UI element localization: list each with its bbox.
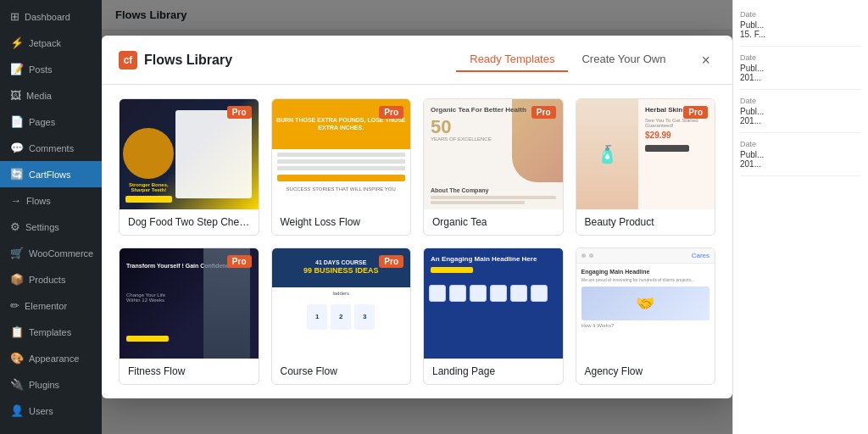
- template-name-dog-food: Dog Food Two Step Checkou: [120, 209, 259, 235]
- pages-icon: 📄: [10, 115, 24, 128]
- settings-icon: ⚙: [10, 220, 20, 233]
- template-card-dog-food[interactable]: Pro Stronger Bones,Sharper Teeth! Dog: [119, 98, 259, 236]
- flows-icon: →: [10, 194, 21, 207]
- sidebar-item-woocommerce[interactable]: 🛒 WooCommerce: [0, 240, 102, 266]
- sidebar-item-plugins[interactable]: 🔌 Plugins: [0, 371, 102, 398]
- media-icon: 🖼: [10, 89, 21, 102]
- right-panel-item-4: Date Publ... 201...: [740, 140, 861, 176]
- modal-body: Pro Stronger Bones,Sharper Teeth! Dog: [102, 85, 732, 398]
- jetpack-icon: ⚡: [10, 36, 24, 49]
- template-name-fitness: Fitness Flow: [120, 359, 259, 384]
- woocommerce-icon: 🛒: [10, 247, 24, 259]
- elementor-icon: ✏: [10, 299, 19, 312]
- template-thumb-beauty-product: Pro 🧴 Herbal Skin Crème See You To Get S…: [576, 99, 715, 209]
- users-icon: 👤: [10, 404, 24, 417]
- main-content: Flows Library cf Flows Library Ready Tem…: [102, 0, 732, 434]
- template-thumb-organic-tea: Pro Organic Tea For Better Health 50 YEA…: [424, 99, 563, 209]
- sidebar-item-settings[interactable]: ⚙ Settings: [0, 214, 102, 240]
- template-name-landing: Landing Page: [424, 359, 563, 384]
- sidebar-item-templates[interactable]: 📋 Templates: [0, 319, 102, 345]
- template-thumb-fitness: Pro Transform Yourself ! Gain Confidence…: [120, 248, 259, 359]
- template-card-weight-loss[interactable]: Pro BURN THOSE EXTRA POUNDS, LOSE THOSE …: [271, 98, 412, 236]
- modal-title: Flows Library: [144, 53, 456, 68]
- sidebar: ⊞ Dashboard ⚡ Jetpack 📝 Posts 🖼 Media 📄 …: [0, 0, 102, 434]
- appearance-icon: 🎨: [10, 352, 24, 364]
- template-card-course[interactable]: Pro 41 DAYS COURSE 99 BUSINESS IDEAS lad…: [271, 248, 412, 385]
- template-card-landing[interactable]: An Engaging Main Headline Here: [423, 248, 564, 385]
- template-thumb-weight-loss: Pro BURN THOSE EXTRA POUNDS, LOSE THOSE …: [272, 99, 411, 209]
- sidebar-item-products[interactable]: 📦 Products: [0, 266, 102, 292]
- thumb-agency-img: Cares Engaging Main Headline We are prou…: [576, 248, 715, 359]
- sidebar-item-media[interactable]: 🖼 Media: [0, 82, 102, 108]
- template-card-organic-tea[interactable]: Pro Organic Tea For Better Health 50 YEA…: [423, 98, 564, 236]
- thumb-landing-img: An Engaging Main Headline Here: [424, 248, 563, 359]
- sidebar-item-posts[interactable]: 📝 Posts: [0, 56, 102, 82]
- template-thumb-course: Pro 41 DAYS COURSE 99 BUSINESS IDEAS lad…: [272, 248, 411, 359]
- modal-logo: cf: [119, 51, 137, 70]
- organic-title: Organic Tea For Better Health: [431, 106, 556, 114]
- pro-badge-fitness: Pro: [227, 255, 252, 268]
- modal-overlay: cf Flows Library Ready Templates Create …: [102, 0, 732, 434]
- template-name-agency: Agency Flow: [576, 359, 715, 384]
- sidebar-item-comments[interactable]: 💬 Comments: [0, 135, 102, 161]
- pro-badge-course: Pro: [379, 255, 403, 268]
- template-name-beauty-product: Beauty Product: [576, 209, 715, 235]
- sidebar-item-elementor[interactable]: ✏ Elementor: [0, 292, 102, 319]
- sidebar-item-appearance[interactable]: 🎨 Appearance: [0, 345, 102, 371]
- organic-number: 50: [431, 118, 556, 136]
- template-name-weight-loss: Weight Loss Flow: [272, 209, 411, 235]
- template-card-fitness[interactable]: Pro Transform Yourself ! Gain Confidence…: [119, 248, 259, 385]
- right-panel: Date Publ... 15. F... Date Publ... 201..…: [732, 0, 868, 434]
- template-card-beauty-product[interactable]: Pro 🧴 Herbal Skin Crème See You To Get S…: [576, 98, 716, 236]
- right-panel-item-1: Date Publ... 15. F...: [740, 10, 861, 47]
- templates-grid: Pro Stronger Bones,Sharper Teeth! Dog: [119, 98, 715, 385]
- comments-icon: 💬: [10, 142, 24, 154]
- template-name-course: Course Flow: [272, 359, 411, 384]
- sidebar-item-cartflows[interactable]: 🔄 CartFlows: [0, 161, 102, 187]
- template-thumb-agency: Cares Engaging Main Headline We are prou…: [576, 248, 715, 359]
- template-thumb-landing: An Engaging Main Headline Here: [424, 248, 563, 359]
- dashboard-icon: ⊞: [10, 10, 19, 23]
- thumb-organic-img: Organic Tea For Better Health 50 YEARS O…: [424, 99, 563, 209]
- templates-icon: 📋: [10, 326, 24, 338]
- posts-icon: 📝: [10, 63, 24, 75]
- sidebar-item-jetpack[interactable]: ⚡ Jetpack: [0, 30, 102, 56]
- cartflows-icon: 🔄: [10, 168, 24, 181]
- tab-create-own[interactable]: Create Your Own: [568, 47, 679, 72]
- pro-badge-wl: Pro: [379, 106, 403, 119]
- thumb-wl-form: SUCCESS STORIES THAT WILL INSPIRE YOU: [272, 149, 411, 195]
- sidebar-item-users[interactable]: 👤 Users: [0, 398, 102, 424]
- template-name-organic-tea: Organic Tea: [424, 209, 563, 235]
- template-thumb-dog-food: Pro Stronger Bones,Sharper Teeth!: [120, 99, 259, 209]
- sidebar-item-pages[interactable]: 📄 Pages: [0, 108, 102, 135]
- sidebar-item-flows[interactable]: → Flows: [0, 187, 102, 214]
- right-panel-item-3: Date Publ... 201...: [740, 97, 861, 133]
- right-panel-item-2: Date Publ... 201...: [740, 53, 861, 90]
- sidebar-item-dashboard[interactable]: ⊞ Dashboard: [0, 3, 102, 30]
- pro-badge-beauty: Pro: [683, 106, 708, 119]
- products-icon: 📦: [10, 273, 24, 286]
- plugins-icon: 🔌: [10, 378, 24, 391]
- tab-ready-templates[interactable]: Ready Templates: [456, 47, 568, 72]
- flows-library-modal: cf Flows Library Ready Templates Create …: [102, 36, 732, 398]
- modal-header: cf Flows Library Ready Templates Create …: [102, 36, 732, 85]
- close-button[interactable]: ×: [696, 51, 715, 70]
- modal-tabs: Ready Templates Create Your Own: [456, 47, 679, 72]
- pro-badge: Pro: [227, 106, 252, 119]
- template-card-agency[interactable]: Cares Engaging Main Headline We are prou…: [576, 248, 716, 385]
